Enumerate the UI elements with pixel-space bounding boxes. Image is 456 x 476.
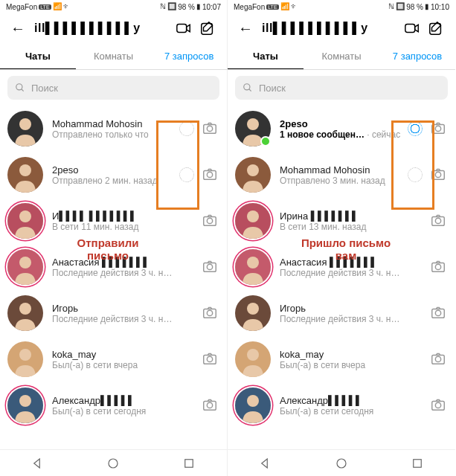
svg-point-51	[435, 264, 440, 269]
tab-requests[interactable]: 7 запросов	[151, 43, 227, 69]
chat-row[interactable]: ИгорьПоследние действия 3 ч. н…	[0, 290, 227, 336]
chat-subtitle: Последние действия 3 ч. н…	[280, 314, 426, 324]
avatar[interactable]	[7, 295, 43, 331]
chat-name: 2peso	[52, 164, 176, 176]
nfc-icon: ℕ	[388, 3, 394, 10]
svg-point-30	[207, 402, 212, 408]
avatar[interactable]	[235, 249, 271, 285]
avatar[interactable]	[7, 111, 43, 147]
chat-body: И▌▌▌▌ ▌▌▌▌▌▌▌В сети 11 мин. назад	[43, 210, 197, 232]
nav-home[interactable]	[106, 457, 120, 470]
username-dropdown[interactable]: ill▌▌▌▌▌▌▌▌▌▌y	[254, 22, 399, 35]
svg-point-6	[207, 126, 212, 131]
lte-badge: LTE	[266, 4, 278, 10]
chat-name: Анастасия ▌▌▌▌▌▌▌	[52, 257, 197, 268]
chat-name: Mohammad Mohosin	[52, 118, 176, 129]
video-call-icon[interactable]	[402, 18, 423, 39]
nav-home[interactable]	[335, 457, 348, 470]
chat-row[interactable]: Ирина ▌▌▌▌▌▌▌В сети 13 мин. назад	[228, 198, 455, 244]
chat-row[interactable]: ИгорьПоследние действия 3 ч. н…	[228, 290, 455, 336]
camera-icon[interactable]	[202, 120, 219, 138]
camera-icon[interactable]	[430, 350, 448, 368]
chat-subtitle: Последние действия 3 ч. н…	[52, 268, 197, 278]
avatar[interactable]	[235, 295, 271, 331]
avatar[interactable]	[7, 387, 43, 423]
chat-row[interactable]: Mohammad MohosinОтправлено только что	[0, 106, 227, 152]
chat-name: Ирина ▌▌▌▌▌▌▌	[280, 210, 426, 222]
camera-icon[interactable]	[202, 212, 219, 230]
camera-icon[interactable]	[430, 120, 448, 138]
camera-icon[interactable]	[202, 304, 219, 322]
svg-point-24	[19, 349, 31, 361]
chat-row[interactable]: И▌▌▌▌ ▌▌▌▌▌▌▌В сети 11 мин. назад	[0, 198, 227, 244]
chat-row[interactable]: Анастасия ▌▌▌▌▌▌▌Последние действия 3 ч.…	[228, 244, 455, 290]
nav-recent[interactable]	[411, 457, 424, 470]
search-placeholder: Поиск	[31, 83, 58, 94]
back-button[interactable]: ←	[9, 19, 27, 37]
clock-label: 10:07	[202, 3, 221, 11]
chat-body: koka_mayБыл(-а) в сети вчера	[43, 349, 197, 370]
back-button[interactable]: ←	[237, 19, 254, 37]
online-indicator	[260, 136, 271, 147]
chat-row[interactable]: 2peso1 новое сообщен… · сейчас	[228, 106, 455, 152]
tab-requests[interactable]: 7 запросов	[379, 43, 455, 69]
chat-row[interactable]: Александр▌▌▌▌▌Был(-а) в сети сегодня	[0, 382, 227, 428]
camera-icon[interactable]	[202, 258, 219, 276]
camera-icon[interactable]	[202, 166, 219, 184]
avatar[interactable]	[7, 203, 43, 239]
avatar[interactable]	[7, 249, 43, 285]
status-bar: MegaFon LTE 📶 ᯤ ℕ 🔲 98 % ▮ 10:10	[228, 0, 455, 13]
search-icon	[15, 83, 25, 93]
avatar[interactable]	[235, 111, 271, 147]
clock-label: 10:10	[431, 3, 449, 11]
avatar[interactable]	[235, 387, 271, 423]
chat-subtitle: Последние действия 3 ч. н…	[52, 314, 197, 324]
search-input[interactable]: Поиск	[7, 76, 219, 100]
chat-row[interactable]: 2pesoОтправлено 2 мин. назад	[0, 152, 227, 198]
avatar[interactable]	[235, 157, 271, 193]
camera-icon[interactable]	[430, 166, 448, 184]
nav-back[interactable]	[259, 457, 272, 470]
camera-icon[interactable]	[430, 258, 448, 276]
sent-indicator-icon	[179, 121, 194, 136]
chat-name: Игорь	[280, 303, 426, 314]
new-message-icon[interactable]	[197, 18, 218, 39]
chat-subtitle: В сети 11 мин. назад	[52, 222, 197, 232]
nav-back[interactable]	[31, 457, 45, 470]
svg-point-61	[247, 395, 259, 407]
avatar[interactable]	[7, 341, 43, 377]
svg-rect-33	[405, 25, 415, 33]
svg-point-26	[207, 356, 212, 361]
camera-icon[interactable]	[202, 396, 219, 414]
chat-row[interactable]: koka_mayБыл(-а) в сети вчера	[228, 336, 455, 382]
chat-row[interactable]: Александр▌▌▌▌▌Был(-а) в сети сегодня	[228, 382, 455, 428]
camera-icon[interactable]	[430, 212, 448, 230]
tab-rooms[interactable]: Комнаты	[304, 43, 379, 69]
new-message-icon[interactable]	[426, 18, 446, 39]
chat-row[interactable]: Mohammad MohosinОтправлено 3 мин. назад	[228, 152, 455, 198]
tab-rooms[interactable]: Комнаты	[76, 43, 152, 69]
chat-row[interactable]: Анастасия ▌▌▌▌▌▌▌Последние действия 3 ч.…	[0, 244, 227, 290]
avatar[interactable]	[7, 157, 43, 193]
chat-subtitle: Был(-а) в сети вчера	[280, 360, 426, 370]
chat-subtitle: Последние действия 3 ч. н…	[280, 268, 426, 278]
svg-point-43	[435, 172, 440, 177]
avatar[interactable]	[235, 341, 271, 377]
camera-icon[interactable]	[430, 396, 448, 414]
tab-chats[interactable]: Чаты	[0, 43, 76, 69]
chat-subtitle: 1 новое сообщен… · сейчас	[280, 129, 405, 140]
nav-recent[interactable]	[182, 457, 196, 470]
camera-icon[interactable]	[202, 350, 219, 368]
camera-icon[interactable]	[430, 304, 448, 322]
username-dropdown[interactable]: ill▌▌▌▌▌▌▌▌▌▌y	[27, 22, 170, 35]
chat-row[interactable]: koka_mayБыл(-а) в сети вчера	[0, 336, 227, 382]
avatar[interactable]	[235, 203, 271, 239]
svg-point-47	[435, 218, 440, 223]
search-input[interactable]: Поиск	[235, 76, 448, 100]
svg-point-39	[435, 126, 440, 131]
svg-point-35	[244, 84, 250, 90]
svg-point-63	[435, 402, 440, 408]
video-call-icon[interactable]	[173, 18, 194, 39]
svg-rect-0	[177, 25, 187, 33]
tab-chats[interactable]: Чаты	[228, 43, 304, 69]
